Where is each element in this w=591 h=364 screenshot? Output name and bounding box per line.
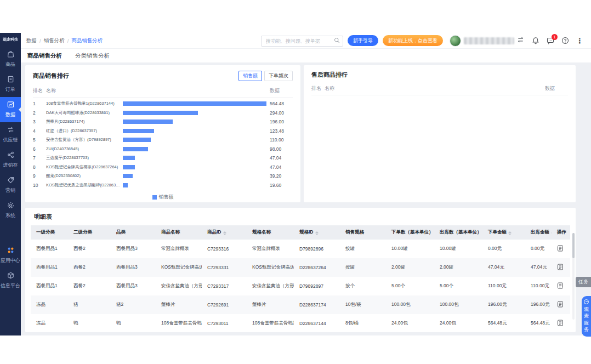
sidebar-item-label: 信息平台 bbox=[1, 282, 20, 289]
table-cell: 2.00罐 bbox=[386, 258, 434, 277]
message-icon[interactable]: 1 bbox=[547, 37, 554, 44]
company-logo: 观麦科技 bbox=[3, 37, 18, 42]
chart-bar bbox=[123, 111, 198, 115]
col-name: 名称 bbox=[325, 85, 542, 92]
beginner-guide-button[interactable]: 新手引导 bbox=[348, 35, 378, 46]
tab-category-sales[interactable]: 分类销售分析 bbox=[75, 52, 110, 60]
sidebar-item-info-platform[interactable]: 信息平台 bbox=[0, 268, 21, 293]
chart-rank: 9 bbox=[33, 173, 46, 179]
sidebar-item-label: 应用中心 bbox=[1, 257, 20, 264]
column-header-label: 一级分类 bbox=[36, 229, 55, 235]
sidebar-item-system[interactable]: 系统 bbox=[0, 198, 21, 223]
chart-item-name: 108食堂带筋去骨鸭掌1(D228637144) bbox=[46, 101, 123, 106]
row-detail-button[interactable] bbox=[557, 264, 564, 270]
chart-bar bbox=[123, 101, 266, 106]
toggle-sales-amount[interactable]: 销售额 bbox=[238, 71, 262, 81]
table-cell-operation bbox=[552, 295, 570, 314]
chart-item-name: 蟹棒片(D228637174) bbox=[46, 119, 123, 124]
column-header-出库金额[interactable]: 出库金额 bbox=[525, 225, 552, 240]
service-label-char: 服 bbox=[584, 320, 589, 326]
column-header-下单金额[interactable]: 下单金额 bbox=[482, 225, 525, 240]
table-cell: C7293317 bbox=[202, 277, 247, 295]
breadcrumb-current: 商品销售分析 bbox=[71, 37, 103, 44]
row-detail-button[interactable] bbox=[557, 320, 564, 326]
sidebar-item-products[interactable]: 商品 bbox=[0, 47, 21, 72]
search-input[interactable] bbox=[261, 36, 343, 47]
sort-icon[interactable] bbox=[223, 231, 226, 235]
chart-value: 110.00 bbox=[266, 137, 293, 143]
table-cell: 西餐2 bbox=[68, 258, 111, 277]
tab-product-sales[interactable]: 商品销售分析 bbox=[27, 52, 62, 60]
user-menu[interactable] bbox=[450, 35, 524, 47]
products-icon bbox=[7, 50, 15, 59]
table-cell: KOS甄想记金牌高达椰浆 bbox=[156, 258, 202, 277]
table-cell: 2.00罐 bbox=[434, 258, 482, 277]
more-menu-icon[interactable]: ⋮ bbox=[576, 37, 583, 44]
table-cell: 108食堂带筋去骨鸭掌1 bbox=[247, 314, 294, 332]
table-cell: 110.00元 bbox=[525, 277, 552, 295]
table-cell: 10包/袋 bbox=[340, 295, 386, 314]
table-cell-operation bbox=[552, 277, 570, 295]
column-header-商品名称: 商品名称 bbox=[156, 225, 202, 240]
table-cell: 常冠金牌椰浆 bbox=[247, 240, 294, 258]
toggle-order-frequency[interactable]: 下单频次 bbox=[264, 71, 293, 81]
inventory-icon bbox=[7, 151, 15, 160]
breadcrumb-item[interactable]: 数据 bbox=[26, 37, 37, 44]
table-cell: C7293331 bbox=[202, 258, 247, 277]
chart-value: 294.00 bbox=[266, 110, 293, 116]
chart-row: 9酸菜(D252350802)39.20 bbox=[33, 172, 293, 181]
sidebar-item-app-center[interactable]: 应用中心 bbox=[0, 243, 21, 268]
column-header-商品ID[interactable]: 商品ID bbox=[202, 225, 247, 240]
column-header-出库数（基本单位）[interactable]: 出库数（基本单位） bbox=[434, 225, 482, 240]
sort-icon[interactable] bbox=[508, 231, 512, 235]
table-cell: 5.00个 bbox=[434, 277, 482, 295]
chart-bar-track bbox=[123, 129, 266, 133]
notification-bell-icon[interactable] bbox=[532, 37, 539, 44]
table-cell: 110.00元 bbox=[482, 277, 525, 295]
avatar[interactable] bbox=[450, 35, 461, 47]
column-header-规格名称: 规格名称 bbox=[247, 225, 294, 240]
table-cell: D79892897 bbox=[294, 277, 340, 295]
chart-row: 7三边魔芋(D228637703)47.04 bbox=[33, 153, 293, 163]
table-cell: 西餐2 bbox=[68, 240, 111, 258]
breadcrumb-item[interactable]: 销售分析 bbox=[44, 37, 65, 44]
sort-icon[interactable] bbox=[551, 231, 552, 235]
row-detail-button[interactable] bbox=[557, 245, 564, 252]
column-header-label: 下单金额 bbox=[488, 229, 507, 235]
sales-ranking-card: 商品销售排行 销售额下单频次 排名 名称 数据 1108食堂带筋去骨鸭掌1(D2… bbox=[25, 65, 300, 202]
supply-chain-icon bbox=[7, 126, 15, 135]
sidebar-item-supply-chain[interactable]: 供应链 bbox=[0, 122, 21, 147]
row-detail-button[interactable] bbox=[557, 282, 564, 289]
table-cell: 100.00包 bbox=[434, 295, 482, 314]
chart-bar bbox=[123, 174, 133, 178]
legend-swatch bbox=[152, 195, 157, 200]
sort-icon[interactable] bbox=[315, 231, 319, 235]
table-cell: D228637264 bbox=[294, 258, 340, 277]
service-label-char: 观 bbox=[584, 306, 589, 312]
table-scrollbar-thumb[interactable] bbox=[572, 233, 575, 258]
detail-table: 一级分类二级分类品类商品名称商品ID规格名称规格ID销售规格下单数（基本单位）出… bbox=[31, 225, 570, 332]
row-detail-button[interactable] bbox=[557, 301, 564, 308]
sidebar-item-label: 订单 bbox=[5, 86, 15, 93]
column-header-规格ID[interactable]: 规格ID bbox=[294, 225, 340, 240]
table-cell: 196.00元 bbox=[525, 295, 552, 314]
breadcrumb-separator: / bbox=[39, 38, 41, 44]
table-cell: 西餐2 bbox=[68, 277, 111, 295]
task-float-button[interactable]: 任务 bbox=[576, 277, 591, 287]
sidebar-item-orders[interactable]: 订单 bbox=[0, 72, 21, 97]
chart-item-name: 三边魔芋(D228637703) bbox=[46, 155, 123, 161]
sidebar-item-data[interactable]: 数据 bbox=[0, 97, 21, 122]
service-float-button[interactable]: 观麦服务 bbox=[582, 296, 591, 337]
sidebar-item-marketing[interactable]: 营销 bbox=[0, 173, 21, 198]
sidebar-item-inventory[interactable]: 进销存 bbox=[0, 147, 21, 173]
table-cell: 安佳含盐黄油（方形） bbox=[156, 277, 202, 295]
after-sales-ranking-card: 售后商品排行 排名 名称 数据 bbox=[304, 65, 576, 202]
marketing-icon bbox=[7, 176, 15, 185]
column-header-下单数（基本单位）[interactable]: 下单数（基本单位） bbox=[386, 225, 434, 240]
help-icon[interactable] bbox=[561, 37, 569, 44]
column-header-label: 规格名称 bbox=[252, 229, 271, 235]
table-cell-operation bbox=[552, 240, 570, 258]
switch-account-icon[interactable] bbox=[517, 36, 524, 46]
table-cell: 西餐用品1 bbox=[31, 277, 68, 295]
new-feature-button[interactable]: 新功能上线，点击查看 bbox=[383, 35, 443, 46]
